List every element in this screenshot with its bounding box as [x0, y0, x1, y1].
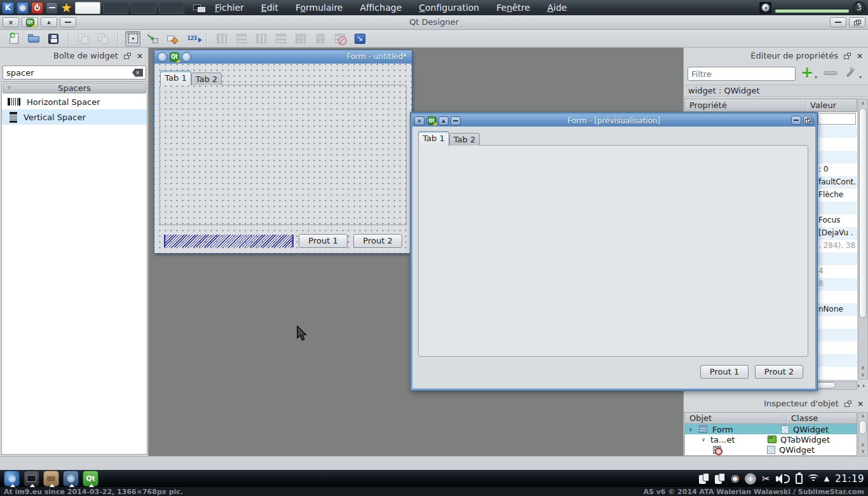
form-prout1-button[interactable]: Prout 1 — [299, 234, 348, 248]
window-restore-button[interactable] — [849, 17, 865, 27]
power-icon[interactable] — [31, 2, 43, 14]
copy-button[interactable] — [76, 31, 91, 46]
save-form-button[interactable] — [46, 31, 61, 46]
menu-configuration[interactable]: Configuration — [419, 3, 479, 13]
volume-icon[interactable] — [776, 474, 790, 484]
form-window-button-1[interactable] — [158, 52, 167, 62]
edit-buddies-button[interactable] — [165, 31, 180, 46]
clipboard-icon[interactable] — [699, 473, 709, 485]
window-pager-icon[interactable] — [193, 3, 206, 13]
battery-icon[interactable] — [796, 474, 803, 484]
widget-item-vertical-spacer[interactable]: Vertical Spacer — [2, 109, 147, 125]
panel-expand-icon[interactable]: ▲ — [824, 474, 829, 483]
record-icon[interactable]: ◉ — [731, 474, 739, 483]
scroll-up-icon[interactable]: ∧ — [858, 365, 867, 371]
form-tab-2[interactable]: Tab 2 — [191, 72, 222, 85]
taskbar-app-browser[interactable] — [4, 471, 20, 486]
edit-signals-slots-button[interactable] — [145, 31, 160, 46]
window-minimize-button[interactable] — [830, 17, 846, 27]
new-form-button[interactable] — [6, 31, 22, 46]
expander-icon[interactable]: ∨ — [688, 427, 694, 432]
preview-tab-1[interactable]: Tab 1 — [418, 131, 449, 146]
preview-tab-2[interactable]: Tab 2 — [449, 133, 480, 146]
widget-item-horizontal-spacer[interactable]: Horizontal Spacer — [2, 94, 147, 109]
scroll-up-icon[interactable]: ∧ — [858, 413, 867, 419]
taskbar-app-web[interactable] — [63, 471, 79, 486]
menu-edit[interactable]: Edit — [261, 3, 278, 13]
layout-form-button[interactable] — [313, 31, 328, 46]
paste-button[interactable] — [95, 31, 111, 46]
preview-minimize-button[interactable] — [791, 116, 801, 125]
scrollbar-thumb[interactable] — [859, 108, 867, 318]
layout-horizontal-splitter-button[interactable] — [254, 31, 269, 46]
column-valeur[interactable]: Valeur — [806, 99, 836, 111]
layout-horizontally-button[interactable] — [214, 31, 229, 46]
scroll-right-icon[interactable]: › — [862, 382, 865, 389]
scroll-down-icon[interactable]: ∨ — [858, 372, 867, 378]
form-tab-page[interactable] — [159, 85, 407, 225]
break-layout-button[interactable] — [332, 31, 348, 46]
menu-fenetre[interactable]: Fenêtre — [496, 3, 530, 13]
inspector-row-tabwidget[interactable]: ∨ ta...et QTabWidget — [685, 434, 857, 444]
menu-fichier[interactable]: Fichier — [215, 3, 244, 13]
layout-vertical-splitter-button[interactable] — [273, 31, 288, 46]
inspector-vertical-scrollbar[interactable]: ∧ ∧ ∨ — [858, 412, 868, 455]
widget-search-input[interactable] — [3, 68, 132, 78]
menu-aide[interactable]: Aide — [547, 3, 567, 13]
add-dynamic-property-button[interactable]: + — [799, 65, 815, 81]
remove-dynamic-property-button[interactable] — [824, 71, 837, 75]
category-spacers[interactable]: ∨ Spacers — [3, 83, 146, 93]
form-canvas[interactable]: Tab 1 Tab 2 Prout 1 Prout 2 — [154, 64, 412, 253]
float-dock-icon[interactable] — [844, 53, 851, 59]
lock-screen-icon[interactable] — [17, 2, 29, 14]
column-classe[interactable]: Classe — [787, 413, 818, 424]
float-dock-icon[interactable] — [844, 401, 851, 407]
scissors-icon[interactable]: ✂ — [762, 473, 770, 485]
clear-search-icon[interactable]: × — [132, 69, 143, 77]
disc-tray-icon[interactable] — [759, 2, 771, 14]
column-objet[interactable]: Objet — [685, 413, 712, 424]
scroll-up-icon[interactable]: ∧ — [858, 442, 867, 448]
taskbar-app-terminal[interactable] — [24, 471, 39, 486]
horizontal-spacer-widget[interactable] — [164, 235, 294, 247]
window-shade-button[interactable]: ▲ — [41, 17, 57, 27]
form-prout2-button[interactable]: Prout 2 — [353, 234, 402, 248]
scroll-left-icon[interactable]: ‹ — [857, 382, 860, 389]
close-dock-icon[interactable]: × — [857, 53, 863, 59]
scroll-down-icon[interactable]: ∨ — [858, 448, 867, 454]
expander-icon[interactable]: ∨ — [700, 437, 707, 443]
edit-tab-order-button[interactable]: 123 — [184, 31, 200, 46]
menu-affichage[interactable]: Affichage — [360, 3, 402, 13]
show-desktop-icon[interactable] — [46, 2, 58, 14]
taskbar-app-files[interactable] — [43, 471, 59, 486]
close-dock-icon[interactable]: × — [137, 53, 143, 59]
inspector-row-form[interactable]: ∨ Form QWidget — [685, 424, 857, 434]
scrollbar-thumb[interactable] — [859, 420, 867, 434]
form-tab-1[interactable]: Tab 1 — [160, 71, 191, 85]
window-minimize-button-left[interactable] — [60, 17, 76, 27]
quick-launch-box[interactable] — [75, 2, 100, 14]
form-window-qt-icon[interactable]: Qt — [170, 52, 179, 62]
close-dock-icon[interactable]: × — [857, 401, 864, 407]
edit-widgets-button[interactable] — [125, 31, 140, 46]
preview-titlebar[interactable]: × Qt ▲ Form - [prévisualisation] — [412, 114, 815, 127]
preview-prout1-button[interactable]: Prout 1 — [700, 365, 749, 379]
scroll-up-icon[interactable]: ∧ — [858, 100, 867, 106]
form-window-button-2[interactable] — [182, 52, 191, 62]
preview-prout2-button[interactable]: Prout 2 — [755, 365, 803, 379]
clipboard-manager-icon[interactable] — [715, 473, 725, 485]
property-filter-input[interactable] — [688, 67, 796, 81]
favorites-star-icon[interactable]: ★ — [60, 2, 72, 14]
open-form-button[interactable] — [26, 31, 41, 46]
scrollbar-thumb[interactable] — [814, 382, 836, 389]
layout-grid-button[interactable] — [293, 31, 308, 46]
adjust-size-button[interactable]: ↘ — [352, 31, 367, 46]
move-tool-icon[interactable]: + — [745, 473, 756, 485]
wifi-icon[interactable] — [808, 474, 818, 483]
window-menu-qt-icon[interactable]: Qt — [22, 17, 38, 27]
property-value-editor[interactable] — [818, 113, 856, 125]
preview-maximize-button[interactable] — [803, 116, 813, 125]
preview-tab-page[interactable] — [418, 145, 808, 357]
form-window-titlebar[interactable]: Qt Form - untitled* — [154, 50, 412, 64]
menu-formulaire[interactable]: Formulaire — [295, 3, 343, 13]
